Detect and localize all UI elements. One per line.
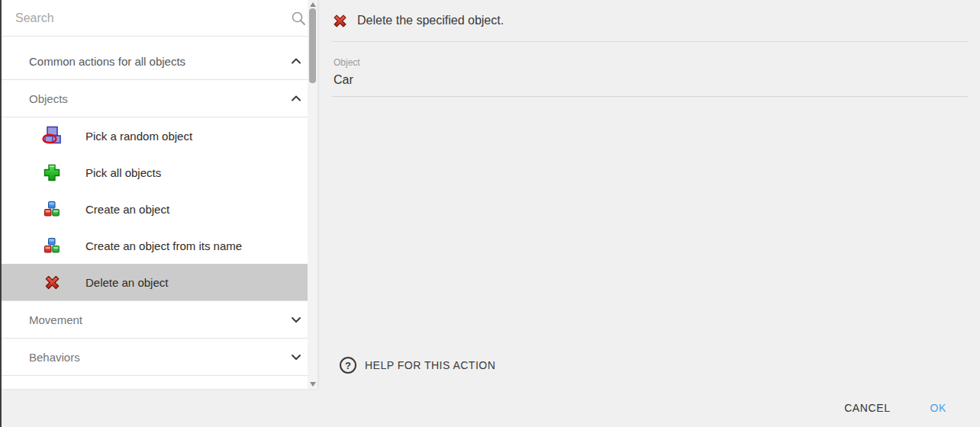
action-item-label: Delete an object <box>85 276 168 289</box>
ok-button[interactable]: OK <box>918 394 959 422</box>
section-objects[interactable]: Objects <box>2 80 318 117</box>
action-item-label: Pick a random object <box>85 130 192 143</box>
window-edge <box>0 0 2 427</box>
object-field-label: Object <box>334 57 968 68</box>
action-item-label: Create an object from its name <box>85 239 242 252</box>
section-behaviors[interactable]: Behaviors <box>2 339 318 375</box>
cancel-button[interactable]: CANCEL <box>832 394 902 422</box>
help-question-icon: ? <box>340 357 356 374</box>
create-object-cubes-icon <box>42 199 62 219</box>
help-for-action-button[interactable]: ? HELP FOR THIS ACTION <box>327 352 508 379</box>
create-object-cubes-icon <box>42 236 62 255</box>
scrollbar-down-arrow-icon[interactable] <box>310 382 316 387</box>
action-title: Delete the specified object. <box>357 14 504 27</box>
section-label: Behaviors <box>29 351 287 364</box>
action-item-pick-random-object[interactable]: Pick a random object <box>2 117 318 154</box>
dialog-footer: CANCEL OK <box>2 389 980 427</box>
scrollbar-thumb[interactable] <box>309 8 316 83</box>
help-button-label: HELP FOR THIS ACTION <box>365 359 495 371</box>
sidebar-scrollbar[interactable] <box>308 0 318 389</box>
object-field: Object Car <box>332 57 968 97</box>
pick-random-object-icon <box>42 126 62 146</box>
actions-sidebar: Common actions for all objects Objects <box>2 0 318 389</box>
action-item-pick-all-objects[interactable]: Pick all objects <box>2 154 318 191</box>
actions-list: Common actions for all objects Objects <box>2 37 318 389</box>
section-label: Objects <box>29 92 287 105</box>
action-item-create-object[interactable]: Create an object <box>2 191 318 227</box>
search-bar <box>2 0 318 37</box>
chevron-down-icon[interactable] <box>287 348 305 366</box>
action-header: Delete the specified object. <box>332 0 968 42</box>
scrollbar-up-arrow-icon[interactable] <box>310 2 316 7</box>
green-plus-icon <box>42 162 62 182</box>
delete-red-cross-icon <box>332 13 348 29</box>
action-item-delete-object[interactable]: Delete an object <box>2 264 318 300</box>
chevron-down-icon[interactable] <box>287 385 305 389</box>
section-label: Visibility <box>29 388 287 390</box>
section-visibility[interactable]: Visibility <box>2 376 318 389</box>
action-item-create-object-from-name[interactable]: Create an object from its name <box>2 227 318 264</box>
section-label: Common actions for all objects <box>29 55 287 68</box>
section-common-actions[interactable]: Common actions for all objects <box>2 43 318 79</box>
chevron-up-icon[interactable] <box>287 52 305 70</box>
search-input[interactable] <box>15 11 290 25</box>
action-item-label: Pick all objects <box>85 166 161 179</box>
section-movement[interactable]: Movement <box>2 301 318 338</box>
chevron-up-icon[interactable] <box>287 89 305 108</box>
delete-red-cross-icon <box>42 272 62 292</box>
action-detail-panel: Delete the specified object. Object Car … <box>318 0 980 389</box>
section-label: Movement <box>29 313 287 326</box>
search-icon <box>290 10 307 27</box>
object-field-value[interactable]: Car <box>332 68 968 97</box>
action-item-label: Create an object <box>85 203 169 216</box>
chevron-down-icon[interactable] <box>287 310 305 329</box>
